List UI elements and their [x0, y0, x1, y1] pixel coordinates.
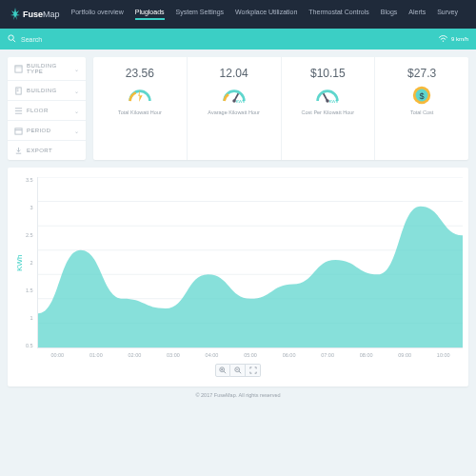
nav-item-survey[interactable]: Survey: [437, 9, 458, 20]
footer-text: © 2017 FuseMap. All rights reserved: [0, 387, 476, 404]
brand-logo[interactable]: FuseMap: [10, 8, 60, 21]
filter-icon: [14, 87, 22, 94]
y-axis-label: KWh: [13, 177, 26, 348]
filter-building[interactable]: BUILDING⌄: [8, 81, 86, 101]
zoom-out-button[interactable]: [230, 364, 246, 377]
zoom-in-button[interactable]: [215, 364, 230, 377]
stat-card: $27.3$Total Cost: [375, 57, 468, 160]
stat-card: 12.04KWhAvarage Kilowatt Hour: [188, 57, 282, 160]
top-nav: FuseMap Portfolio overviewPlugloadsSyste…: [0, 0, 476, 29]
chevron-down-icon: ⌄: [74, 88, 79, 94]
svg-rect-11: [15, 129, 22, 134]
svg-text:KWh: KWh: [235, 99, 245, 104]
svg-text:KWh: KWh: [329, 99, 339, 104]
nav-item-portfolio-overview[interactable]: Portfolio overview: [71, 9, 124, 20]
svg-point-0: [9, 35, 13, 40]
filter-building-type[interactable]: BUILDING TYPE⌄: [8, 57, 86, 81]
chart-controls: [13, 364, 463, 377]
filter-floor[interactable]: FLOOR⌄: [8, 101, 86, 121]
stat-label: Total Kilowatt Hour: [99, 109, 181, 116]
stat-value: 23.56: [99, 67, 181, 80]
svg-line-1: [13, 40, 15, 42]
nav-item-thermostat-controls[interactable]: Thermostat Controls: [308, 9, 368, 20]
filter-icon: [14, 107, 22, 114]
nav-item-plugloads[interactable]: Plugloads: [135, 9, 165, 20]
filter-icon: [14, 127, 22, 134]
filter-export[interactable]: EXPORT: [8, 141, 86, 160]
filter-period[interactable]: PERIOD⌄: [8, 121, 86, 141]
search-bar: 9 km/h: [0, 29, 476, 50]
stats-panel: 23.56Total Kilowatt Hour12.04KWhAvarage …: [93, 57, 468, 160]
chevron-down-icon: ⌄: [74, 108, 79, 114]
stat-value: 12.04: [193, 67, 275, 80]
logo-icon: [10, 8, 21, 21]
stat-label: Avarage Kilowatt Hour: [193, 109, 275, 116]
stat-label: Cost Per Kilowatt Hour: [288, 109, 369, 116]
stat-label: Total Cost: [381, 109, 463, 116]
nav-item-alerts[interactable]: Alerts: [408, 9, 426, 20]
chevron-down-icon: ⌄: [74, 128, 79, 134]
stat-card: 23.56Total Kilowatt Hour: [93, 57, 188, 160]
x-axis: 00:0001:0002:0003:0004:0005:0006:0007:00…: [38, 348, 463, 358]
search-box[interactable]: [8, 34, 433, 44]
nav-item-blogs[interactable]: Blogs: [381, 9, 398, 20]
svg-rect-4: [15, 66, 22, 69]
stat-card: $10.15KWhCost Per Kilowatt Hour: [282, 57, 376, 160]
filter-icon: [14, 65, 22, 72]
chevron-down-icon: ⌄: [74, 66, 79, 72]
y-axis: 3.532.521.510.5: [26, 177, 37, 348]
fullscreen-button[interactable]: [246, 364, 261, 377]
svg-point-2: [443, 40, 444, 41]
nav-item-system-settings[interactable]: System Settings: [176, 9, 225, 20]
stat-icon: [99, 86, 181, 105]
stat-icon: KWh: [288, 86, 369, 105]
wifi-icon: [439, 35, 447, 43]
stat-value: $27.3: [381, 67, 463, 80]
nav-item-workplace-utilization[interactable]: Workplace Utilization: [235, 9, 297, 20]
stat-icon: $: [381, 86, 463, 105]
svg-line-34: [239, 371, 241, 373]
svg-line-30: [224, 371, 226, 373]
logo-text: FuseMap: [23, 10, 60, 19]
stat-value: $10.15: [288, 67, 369, 80]
search-icon: [8, 34, 16, 44]
filter-icon: [14, 147, 22, 154]
svg-text:$: $: [420, 91, 425, 101]
chart-container: KWh 3.532.521.510.5 00:0001:0002:0003:00…: [8, 168, 468, 387]
stat-icon: KWh: [193, 86, 275, 105]
filter-panel: BUILDING TYPE⌄BUILDING⌄FLOOR⌄PERIOD⌄EXPO…: [8, 57, 86, 160]
chart-plot[interactable]: [37, 177, 463, 348]
speed-indicator: 9 km/h: [439, 35, 468, 43]
search-input[interactable]: [21, 36, 433, 43]
